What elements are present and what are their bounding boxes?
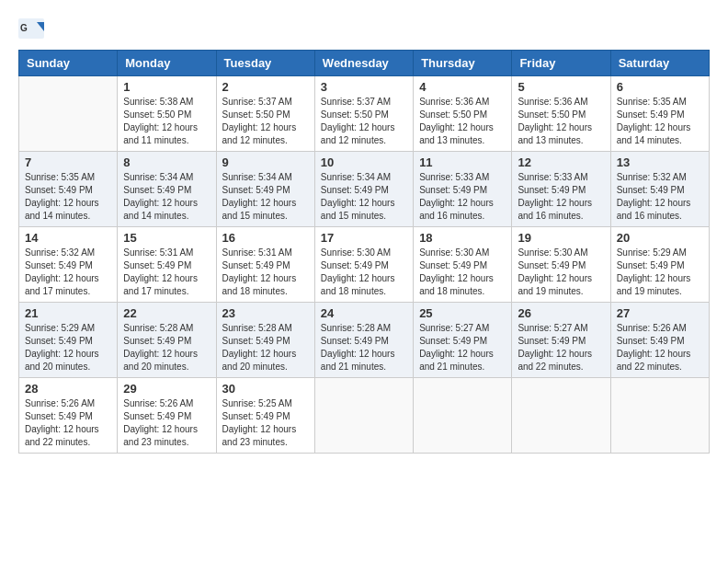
- day-info: Sunrise: 5:34 AM Sunset: 5:49 PM Dayligh…: [123, 171, 210, 223]
- day-info: Sunrise: 5:27 AM Sunset: 5:49 PM Dayligh…: [518, 322, 604, 373]
- day-number: 14: [25, 231, 111, 245]
- day-number: 10: [321, 155, 407, 169]
- day-info: Sunrise: 5:30 AM Sunset: 5:49 PM Dayligh…: [321, 247, 407, 298]
- day-info: Sunrise: 5:37 AM Sunset: 5:50 PM Dayligh…: [321, 96, 407, 147]
- calendar-cell: 5Sunrise: 5:36 AM Sunset: 5:50 PM Daylig…: [512, 76, 610, 152]
- day-number: 22: [123, 306, 210, 320]
- day-number: 28: [25, 382, 111, 396]
- calendar-cell: 2Sunrise: 5:37 AM Sunset: 5:50 PM Daylig…: [216, 76, 314, 152]
- day-number: 15: [123, 231, 210, 245]
- day-info: Sunrise: 5:35 AM Sunset: 5:49 PM Dayligh…: [25, 171, 111, 223]
- calendar-week-row: 1Sunrise: 5:38 AM Sunset: 5:50 PM Daylig…: [19, 76, 710, 152]
- day-info: Sunrise: 5:27 AM Sunset: 5:49 PM Dayligh…: [419, 322, 506, 373]
- calendar-cell: 21Sunrise: 5:29 AM Sunset: 5:49 PM Dayli…: [19, 303, 118, 378]
- day-number: 26: [518, 306, 604, 320]
- day-number: 11: [419, 155, 506, 169]
- calendar-cell: 12Sunrise: 5:33 AM Sunset: 5:49 PM Dayli…: [512, 152, 610, 227]
- day-info: Sunrise: 5:37 AM Sunset: 5:50 PM Dayligh…: [222, 96, 309, 147]
- calendar-cell: 25Sunrise: 5:27 AM Sunset: 5:49 PM Dayli…: [414, 303, 512, 378]
- calendar-cell: [414, 378, 512, 454]
- calendar-table: SundayMondayTuesdayWednesdayThursdayFrid…: [18, 50, 710, 454]
- day-number: 12: [518, 155, 604, 169]
- day-info: Sunrise: 5:32 AM Sunset: 5:49 PM Dayligh…: [25, 247, 111, 298]
- calendar-cell: 26Sunrise: 5:27 AM Sunset: 5:49 PM Dayli…: [512, 303, 610, 378]
- calendar-cell: 4Sunrise: 5:36 AM Sunset: 5:50 PM Daylig…: [414, 76, 512, 152]
- day-info: Sunrise: 5:28 AM Sunset: 5:49 PM Dayligh…: [222, 322, 309, 373]
- calendar-cell: 16Sunrise: 5:31 AM Sunset: 5:49 PM Dayli…: [216, 227, 314, 303]
- calendar-cell: 7Sunrise: 5:35 AM Sunset: 5:49 PM Daylig…: [19, 152, 118, 227]
- calendar-cell: 24Sunrise: 5:28 AM Sunset: 5:49 PM Dayli…: [314, 303, 413, 378]
- day-info: Sunrise: 5:30 AM Sunset: 5:49 PM Dayligh…: [518, 247, 604, 298]
- day-info: Sunrise: 5:25 AM Sunset: 5:49 PM Dayligh…: [222, 397, 309, 449]
- calendar-cell: 18Sunrise: 5:30 AM Sunset: 5:49 PM Dayli…: [414, 227, 512, 303]
- day-info: Sunrise: 5:29 AM Sunset: 5:49 PM Dayligh…: [617, 247, 703, 298]
- day-number: 20: [617, 231, 703, 245]
- weekday-header-row: SundayMondayTuesdayWednesdayThursdayFrid…: [19, 51, 710, 76]
- day-number: 7: [25, 155, 111, 169]
- day-number: 13: [617, 155, 703, 169]
- day-number: 17: [321, 231, 407, 245]
- calendar-cell: 27Sunrise: 5:26 AM Sunset: 5:49 PM Dayli…: [610, 303, 709, 378]
- day-info: Sunrise: 5:28 AM Sunset: 5:49 PM Dayligh…: [321, 322, 407, 373]
- weekday-header-thursday: Thursday: [414, 51, 512, 76]
- day-info: Sunrise: 5:35 AM Sunset: 5:49 PM Dayligh…: [617, 96, 703, 147]
- day-info: Sunrise: 5:32 AM Sunset: 5:49 PM Dayligh…: [617, 171, 703, 223]
- calendar-week-row: 28Sunrise: 5:26 AM Sunset: 5:49 PM Dayli…: [19, 378, 710, 454]
- logo-icon: G: [18, 18, 46, 40]
- weekday-header-monday: Monday: [118, 51, 216, 76]
- page-header: G: [18, 18, 710, 40]
- weekday-header-tuesday: Tuesday: [216, 51, 314, 76]
- calendar-cell: 29Sunrise: 5:26 AM Sunset: 5:49 PM Dayli…: [118, 378, 216, 454]
- day-number: 9: [222, 155, 309, 169]
- day-number: 18: [419, 231, 506, 245]
- calendar-week-row: 21Sunrise: 5:29 AM Sunset: 5:49 PM Dayli…: [19, 303, 710, 378]
- day-number: 4: [419, 80, 506, 94]
- calendar-cell: 6Sunrise: 5:35 AM Sunset: 5:49 PM Daylig…: [610, 76, 709, 152]
- day-number: 2: [222, 80, 309, 94]
- calendar-cell: 19Sunrise: 5:30 AM Sunset: 5:49 PM Dayli…: [512, 227, 610, 303]
- day-number: 23: [222, 306, 309, 320]
- logo: G: [18, 18, 50, 40]
- day-number: 1: [123, 80, 210, 94]
- calendar-cell: 13Sunrise: 5:32 AM Sunset: 5:49 PM Dayli…: [610, 152, 709, 227]
- calendar-cell: 14Sunrise: 5:32 AM Sunset: 5:49 PM Dayli…: [19, 227, 118, 303]
- day-info: Sunrise: 5:33 AM Sunset: 5:49 PM Dayligh…: [518, 171, 604, 223]
- calendar-cell: 11Sunrise: 5:33 AM Sunset: 5:49 PM Dayli…: [414, 152, 512, 227]
- day-number: 5: [518, 80, 604, 94]
- day-info: Sunrise: 5:29 AM Sunset: 5:49 PM Dayligh…: [25, 322, 111, 373]
- calendar-cell: 30Sunrise: 5:25 AM Sunset: 5:49 PM Dayli…: [216, 378, 314, 454]
- calendar-cell: 23Sunrise: 5:28 AM Sunset: 5:49 PM Dayli…: [216, 303, 314, 378]
- day-number: 8: [123, 155, 210, 169]
- calendar-cell: [314, 378, 413, 454]
- day-info: Sunrise: 5:33 AM Sunset: 5:49 PM Dayligh…: [419, 171, 506, 223]
- weekday-header-sunday: Sunday: [19, 51, 118, 76]
- day-info: Sunrise: 5:26 AM Sunset: 5:49 PM Dayligh…: [617, 322, 703, 373]
- calendar-cell: 10Sunrise: 5:34 AM Sunset: 5:49 PM Dayli…: [314, 152, 413, 227]
- day-number: 21: [25, 306, 111, 320]
- day-info: Sunrise: 5:34 AM Sunset: 5:49 PM Dayligh…: [321, 171, 407, 223]
- calendar-cell: 22Sunrise: 5:28 AM Sunset: 5:49 PM Dayli…: [118, 303, 216, 378]
- day-info: Sunrise: 5:34 AM Sunset: 5:49 PM Dayligh…: [222, 171, 309, 223]
- day-info: Sunrise: 5:31 AM Sunset: 5:49 PM Dayligh…: [222, 247, 309, 298]
- day-number: 25: [419, 306, 506, 320]
- day-info: Sunrise: 5:31 AM Sunset: 5:49 PM Dayligh…: [123, 247, 210, 298]
- calendar-week-row: 7Sunrise: 5:35 AM Sunset: 5:49 PM Daylig…: [19, 152, 710, 227]
- day-number: 27: [617, 306, 703, 320]
- calendar-cell: [512, 378, 610, 454]
- weekday-header-friday: Friday: [512, 51, 610, 76]
- day-number: 16: [222, 231, 309, 245]
- calendar-cell: 1Sunrise: 5:38 AM Sunset: 5:50 PM Daylig…: [118, 76, 216, 152]
- calendar-cell: 17Sunrise: 5:30 AM Sunset: 5:49 PM Dayli…: [314, 227, 413, 303]
- calendar-cell: 15Sunrise: 5:31 AM Sunset: 5:49 PM Dayli…: [118, 227, 216, 303]
- calendar-cell: 28Sunrise: 5:26 AM Sunset: 5:49 PM Dayli…: [19, 378, 118, 454]
- day-info: Sunrise: 5:38 AM Sunset: 5:50 PM Dayligh…: [123, 96, 210, 147]
- calendar-cell: 9Sunrise: 5:34 AM Sunset: 5:49 PM Daylig…: [216, 152, 314, 227]
- day-number: 29: [123, 382, 210, 396]
- calendar-cell: [19, 76, 118, 152]
- day-info: Sunrise: 5:36 AM Sunset: 5:50 PM Dayligh…: [419, 96, 506, 147]
- day-info: Sunrise: 5:28 AM Sunset: 5:49 PM Dayligh…: [123, 322, 210, 373]
- weekday-header-wednesday: Wednesday: [314, 51, 413, 76]
- day-info: Sunrise: 5:26 AM Sunset: 5:49 PM Dayligh…: [123, 397, 210, 449]
- calendar-cell: 8Sunrise: 5:34 AM Sunset: 5:49 PM Daylig…: [118, 152, 216, 227]
- day-number: 3: [321, 80, 407, 94]
